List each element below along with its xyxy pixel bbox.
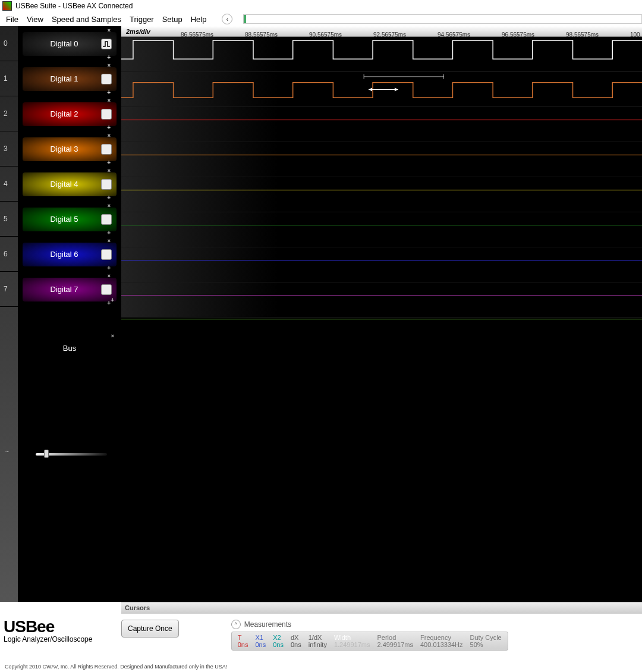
- channel-close-icon[interactable]: ×: [108, 98, 111, 103]
- channel-row[interactable]: × Digital 2 +: [18, 96, 121, 131]
- waveform-row[interactable]: [121, 107, 642, 142]
- waveform-row[interactable]: [121, 142, 642, 177]
- channel-add-icon[interactable]: +: [107, 159, 111, 166]
- bus-waveform[interactable]: [121, 318, 642, 600]
- waveform-row[interactable]: [121, 212, 642, 247]
- channel-close-icon[interactable]: ×: [108, 168, 111, 174]
- menu-bar: File View Speed and Samples Trigger Setu…: [0, 12, 642, 26]
- channel-add-icon[interactable]: +: [107, 124, 111, 131]
- channel-row[interactable]: × Digital 6 +: [18, 237, 121, 272]
- channel-add-icon[interactable]: +: [107, 89, 111, 96]
- channel-close-icon[interactable]: ×: [108, 273, 111, 279]
- channel-row[interactable]: × Digital 1 +: [18, 61, 121, 96]
- channel-number: 4: [0, 167, 18, 202]
- menu-speed[interactable]: Speed and Samples: [52, 15, 121, 24]
- nav-prev-button[interactable]: ‹: [222, 14, 232, 24]
- time-ruler[interactable]: 2ms/div 86.56575ms88.56575ms90.56575ms92…: [121, 26, 642, 37]
- copyright-text: Copyright 2010 CWAV, Inc. All Rights Res…: [5, 664, 227, 670]
- window-title: USBee Suite - USBee AX Connected: [15, 2, 133, 10]
- menu-view[interactable]: View: [27, 15, 43, 24]
- channel-row[interactable]: × Digital 0 +: [18, 26, 121, 61]
- brand: USBee Logic Analyzer/Oscilloscope: [4, 617, 117, 643]
- measurement-column: 1/dXinfinity: [309, 634, 327, 648]
- channel-trigger-button[interactable]: [101, 179, 112, 190]
- app-icon: [2, 1, 12, 11]
- measurement-label: 1/dX: [309, 634, 327, 641]
- measurements-table: T0nsX10nsX20nsdX0ns1/dXinfinityWidth1.24…: [231, 632, 508, 651]
- waveform-row[interactable]: [121, 177, 642, 212]
- brand-name: USBee: [4, 617, 117, 636]
- menu-file[interactable]: File: [6, 15, 18, 24]
- channel-number: 2: [0, 96, 18, 131]
- waveform-row[interactable]: [121, 72, 642, 107]
- measurement-label: X1: [255, 634, 266, 641]
- measurement-label: Duty Cycle: [470, 634, 502, 641]
- channel-trigger-button[interactable]: [101, 74, 112, 84]
- main-area: 01234567 × Digital 0 +× Digital 1 +× Dig…: [0, 26, 642, 602]
- waveform-row[interactable]: [121, 282, 642, 318]
- measurement-column: dX0ns: [291, 634, 301, 648]
- channel-label: Digital 4: [27, 180, 101, 189]
- waveform-row[interactable]: [121, 247, 642, 282]
- channel-add-icon[interactable]: +: [107, 54, 111, 61]
- channel-label: Digital 6: [27, 250, 101, 259]
- channel-add-icon[interactable]: +: [107, 265, 111, 271]
- measurement-value: 0ns: [273, 641, 284, 648]
- menu-help[interactable]: Help: [191, 15, 207, 24]
- channel-add-icon[interactable]: +: [107, 194, 111, 201]
- measurement-label: Period: [377, 634, 413, 641]
- measurement-value: infinity: [309, 641, 327, 648]
- channel-row[interactable]: × Digital 4 +: [18, 167, 121, 202]
- measurement-value: 0ns: [255, 641, 266, 648]
- measurement-value: 400.013334Hz: [420, 641, 463, 648]
- channel-trigger-button[interactable]: [101, 144, 112, 155]
- channel-trigger-button[interactable]: [101, 249, 112, 260]
- bus-add-icon[interactable]: +: [111, 297, 114, 303]
- channel-trigger-button[interactable]: [101, 284, 112, 295]
- capture-once-button[interactable]: Capture Once: [121, 620, 179, 638]
- timebase-label: 2ms/div: [121, 28, 181, 35]
- measurements-panel: ^ Measurements T0nsX10nsX20nsdX0ns1/dXin…: [231, 620, 508, 651]
- channel-number: 5: [0, 202, 18, 237]
- channel-trigger-button[interactable]: [101, 109, 112, 120]
- bus-label: Bus: [18, 344, 121, 353]
- measurement-column: X20ns: [273, 634, 284, 648]
- cursors-bar[interactable]: Cursors: [121, 602, 642, 614]
- menu-trigger[interactable]: Trigger: [130, 15, 154, 24]
- channel-number: 1: [0, 61, 18, 96]
- channel-add-icon[interactable]: +: [107, 300, 111, 306]
- channel-row[interactable]: × Digital 3 +: [18, 131, 121, 167]
- channel-trigger-button[interactable]: [101, 39, 112, 49]
- channel-label: Digital 2: [27, 109, 101, 118]
- svg-marker-5: [395, 88, 398, 92]
- measurement-column: T0ns: [238, 634, 248, 648]
- channel-row[interactable]: × Digital 5 +: [18, 202, 121, 237]
- channel-number: 3: [0, 131, 18, 167]
- channel-close-icon[interactable]: ×: [108, 62, 111, 68]
- measurement-label: Width: [334, 634, 370, 641]
- measurement-label: X2: [273, 634, 284, 641]
- bus-close-icon[interactable]: ×: [111, 333, 114, 339]
- channel-close-icon[interactable]: ×: [108, 27, 111, 33]
- channel-row[interactable]: × Digital 7 +: [18, 272, 121, 307]
- measurement-label: Frequency: [420, 634, 463, 641]
- bus-slider[interactable]: [36, 450, 107, 458]
- measurement-column: Frequency400.013334Hz: [420, 634, 463, 648]
- nav-scroll[interactable]: [243, 14, 642, 24]
- waveform-panel: 2ms/div 86.56575ms88.56575ms90.56575ms92…: [121, 26, 642, 602]
- channel-trigger-button[interactable]: [101, 214, 112, 225]
- measurement-column: Width1.249917ms: [334, 634, 370, 648]
- channel-number: 0: [0, 26, 18, 61]
- measurements-toggle-icon[interactable]: ^: [231, 620, 241, 629]
- measurement-column: Duty Cycle50%: [470, 634, 502, 648]
- channel-panel: 01234567 × Digital 0 +× Digital 1 +× Dig…: [0, 26, 121, 602]
- channel-label: Digital 7: [27, 285, 101, 294]
- channel-close-icon[interactable]: ×: [108, 203, 111, 209]
- waveform-area[interactable]: [121, 37, 642, 602]
- channel-close-icon[interactable]: ×: [108, 133, 111, 139]
- waveform-row[interactable]: [121, 37, 642, 72]
- channel-add-icon[interactable]: +: [107, 230, 111, 236]
- measurement-column: X10ns: [255, 634, 266, 648]
- channel-close-icon[interactable]: ×: [108, 238, 111, 244]
- menu-setup[interactable]: Setup: [162, 15, 182, 24]
